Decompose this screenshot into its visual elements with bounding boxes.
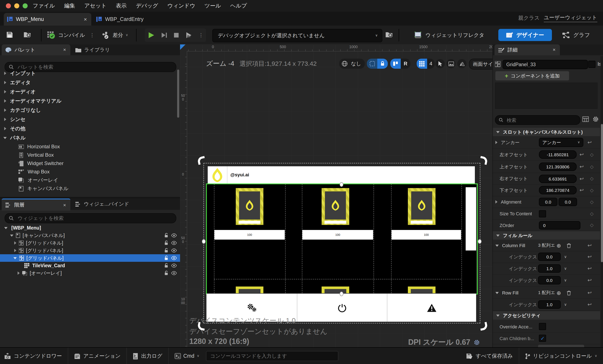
power-button[interactable] <box>297 294 387 322</box>
details-search-input[interactable] <box>506 117 575 123</box>
menu-help[interactable]: ヘルプ <box>230 2 247 10</box>
card-entry[interactable] <box>408 188 436 225</box>
palette-category-editor[interactable]: エディタ <box>0 78 178 87</box>
menu-asset[interactable]: アセット <box>84 2 106 10</box>
bind-diamond-icon[interactable]: ◇ <box>590 152 594 157</box>
stop-button[interactable] <box>173 32 179 38</box>
reset-icon[interactable]: ↩ <box>580 152 584 157</box>
tab-wbp-menu[interactable]: ♥ WBP_Menu ✕ <box>4 13 91 25</box>
palette-item-wrap-box[interactable]: Wrap Box <box>0 167 178 176</box>
parent-class-link[interactable]: ユーザーウィジェット <box>544 14 597 22</box>
row-index-input[interactable] <box>538 300 561 309</box>
add-component-button[interactable]: + コンポーネントを追加 <box>495 71 569 81</box>
reset-icon[interactable]: ↩ <box>580 164 584 169</box>
lock-icon[interactable] <box>377 59 388 69</box>
tileview-scrollbar[interactable] <box>466 187 476 250</box>
play-options-icon[interactable]: ⋮ <box>198 32 204 38</box>
palette-category-uncategorized[interactable]: カテゴリなし <box>0 106 178 115</box>
details-scrollbar[interactable] <box>601 124 603 262</box>
palette-item-overlay[interactable]: オーバーレイ <box>0 176 178 184</box>
traffic-light-minimize-icon[interactable] <box>14 3 19 8</box>
cursor-tool-button[interactable] <box>436 59 445 68</box>
palette-category-input[interactable]: インプット <box>0 69 178 78</box>
bind-diamond-icon[interactable]: ◇ <box>590 164 594 169</box>
reset-icon[interactable]: ↩ <box>588 302 592 307</box>
frame-skip-button[interactable] <box>161 32 167 38</box>
preview-background-button[interactable] <box>446 59 456 68</box>
column-index-input[interactable] <box>538 253 561 261</box>
widget-reflector-button[interactable]: ウィジェットリフレクタ <box>414 29 484 41</box>
column-index-input[interactable] <box>538 264 561 273</box>
palette-item-horizontal-box[interactable]: Horizontal Box <box>0 142 178 151</box>
card-entry[interactable] <box>236 188 263 225</box>
designer-mode-button[interactable]: デザイナー <box>498 29 552 41</box>
bind-diamond-icon[interactable]: ◇ <box>590 200 594 204</box>
size-to-content-checkbox[interactable] <box>539 210 546 217</box>
palette-scrollbar[interactable] <box>177 70 179 118</box>
trash-icon[interactable] <box>567 290 571 295</box>
tree-row-canvas-panel[interactable]: [キャンバスパネル] <box>0 232 180 239</box>
warning-button[interactable] <box>387 294 476 322</box>
traffic-light-close-icon[interactable] <box>6 3 11 8</box>
column-index-input[interactable] <box>538 276 561 284</box>
tree-row-wbp-menu[interactable]: [WBP_Menu] <box>0 224 180 232</box>
graph-mode-button[interactable]: グラフ <box>562 29 590 41</box>
designer-viewport[interactable]: 0 500 1000 1500 200 500 0 500 1000 ズーム -… <box>180 44 492 347</box>
add-element-icon[interactable]: ⊕ <box>557 290 561 295</box>
layout-respect-locks-toggle[interactable]: R <box>390 59 410 69</box>
accessibility-section-header[interactable]: アクセシビリティ <box>493 311 600 320</box>
tab-details[interactable]: 詳細 ✕ <box>495 44 560 55</box>
add-element-icon[interactable]: ⊕ <box>557 243 561 248</box>
palette-category-other[interactable]: その他 <box>0 124 178 133</box>
palette-item-widget-switcher[interactable]: Widget Switcher <box>0 159 178 167</box>
palette-item-vertical-box[interactable]: Vertical Box <box>0 151 178 159</box>
menu-file[interactable]: ファイル <box>33 2 55 10</box>
tree-row-grid-panel-3-selected[interactable]: [グリッドパネル] <box>0 254 180 262</box>
offset-bottom-input[interactable] <box>539 186 577 194</box>
hierarchy-search[interactable] <box>5 213 176 223</box>
settings-gear-icon[interactable] <box>592 116 599 122</box>
visibility-eye-icon[interactable] <box>171 263 177 268</box>
tab-palette[interactable]: パレット ✕ <box>2 44 70 55</box>
tree-row-tileview-card[interactable]: TileView_Card <box>0 262 180 269</box>
display-filter-icon[interactable] <box>582 117 589 122</box>
palette-category-audio-material[interactable]: オーディオマテリアル <box>0 96 178 106</box>
tab-hierarchy[interactable]: 階層 ✕ <box>2 199 70 211</box>
lock-icon[interactable] <box>164 263 169 268</box>
can-children-checkbox[interactable]: ✓ <box>539 335 546 342</box>
lock-icon[interactable] <box>164 256 169 260</box>
save-button[interactable] <box>6 31 13 38</box>
details-search[interactable] <box>495 115 580 125</box>
override-accessible-checkbox[interactable] <box>539 323 546 330</box>
alignment-x-input[interactable] <box>539 198 557 206</box>
hierarchy-tab-close-icon[interactable]: ✕ <box>63 203 66 207</box>
menu-debug[interactable]: デバッグ <box>136 2 158 10</box>
selection-handle[interactable] <box>340 182 343 187</box>
reset-icon[interactable]: ↩ <box>588 254 592 259</box>
slot-section-header[interactable]: スロット (キャンバスパネルスロット) <box>493 128 600 136</box>
tab-wbp-cardentry[interactable]: ♥ WBP_CardEntry <box>93 13 151 25</box>
content-drawer-button[interactable]: コンテンツドロワー <box>4 352 62 360</box>
localization-preview-button[interactable]: なし <box>339 59 365 69</box>
offset-right-input[interactable] <box>539 175 577 183</box>
tree-row-grid-panel-1[interactable]: [グリッドパネル] <box>0 239 180 247</box>
bind-diamond-icon[interactable]: ◇ <box>590 223 594 227</box>
revision-control-dropdown[interactable]: リビジョンコントロール ∨ <box>525 352 597 360</box>
tile-view-area[interactable]: 100 100 100 <box>207 184 476 293</box>
animation-button[interactable]: アニメーション <box>74 352 121 360</box>
compile-options-icon[interactable]: ⋮ <box>90 32 95 38</box>
visibility-eye-icon[interactable] <box>171 248 177 253</box>
selection-handle[interactable] <box>202 239 206 244</box>
reset-icon[interactable]: ↩ <box>580 188 584 193</box>
tree-row-overlay[interactable]: [オーバーレイ] <box>0 269 180 277</box>
canvas-header-bar[interactable]: @syui.ai <box>208 166 475 184</box>
selection-outline-lock-toggle[interactable] <box>367 59 388 69</box>
is-variable-checkbox[interactable] <box>588 61 595 68</box>
debug-browse-button[interactable] <box>385 31 394 38</box>
selection-handle[interactable] <box>478 239 482 244</box>
grid-snap-toggle[interactable]: 4 <box>417 59 435 69</box>
anchor-dropdown[interactable]: アンカー∨ <box>539 138 583 147</box>
cmd-dropdown[interactable]: Cmd ∨ <box>174 353 199 359</box>
save-status-button[interactable]: すべて保存済み <box>466 352 513 360</box>
simulate-button[interactable] <box>185 31 193 39</box>
